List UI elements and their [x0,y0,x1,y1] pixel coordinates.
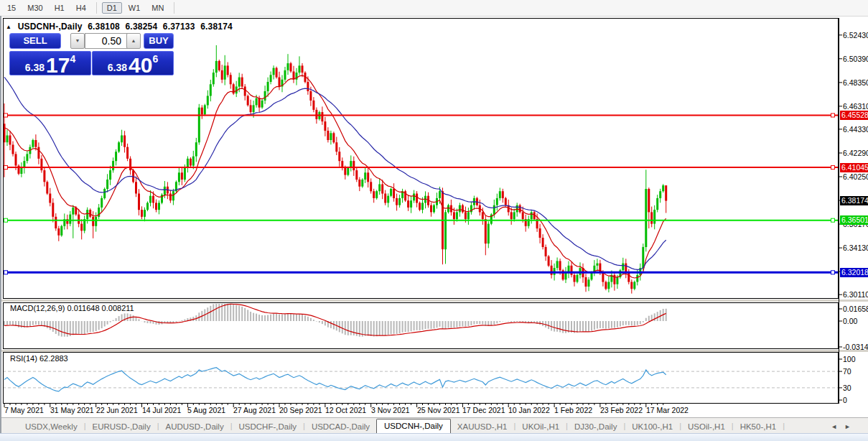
tab-scroll-left-icon[interactable]: ◄ [831,423,844,430]
hline-anchor[interactable] [4,113,8,117]
date-axis-label: 27 Aug 2021 [233,406,276,414]
tab-ukoil-h1[interactable]: UKOil-,H1 [515,420,566,434]
window-left-border [0,16,1,433]
date-axis-label: 7 May 2021 [4,406,44,414]
sell-price-big: 17 [46,55,70,75]
toolbar-separator [174,2,174,14]
rsi-axis-label: 0 [843,396,847,404]
date-axis-label: 17 Mar 2022 [646,406,689,414]
price-tick-label: 6.44330 [843,125,868,134]
timeframe-button-15[interactable]: 15 [2,2,21,14]
price-tick-label: 6.34130 [843,243,868,252]
hline-anchor[interactable] [4,166,8,170]
ma-fast-line [4,75,666,278]
date-axis-label: 25 Nov 2021 [417,406,460,414]
macd-axis-label: 0.016586 [843,305,868,313]
price-level-badge: 6.32018 [840,268,868,277]
date-axis-label: 23 Feb 2022 [600,406,643,414]
candles [4,45,668,294]
tab-eurusd-daily[interactable]: EURUSD-,Daily [86,420,157,434]
buy-price-button[interactable]: 6.38 40 6 [92,51,174,75]
sell-button[interactable]: SELL [9,33,61,49]
rsi-panel-border [4,353,839,404]
hline-anchor[interactable] [831,113,835,117]
price-level-badge: 6.45528 [840,111,868,120]
collapse-panel-icon[interactable]: ▲ [6,24,11,30]
hline-anchor[interactable] [4,271,8,274]
price-tick-label: 6.30110 [843,290,868,299]
price-level-badge: 6.38174 [840,196,868,205]
tab-hk50-h1[interactable]: HK50-,H1 [734,420,783,434]
tab-dj30-daily[interactable]: DJ30-,Daily [568,420,623,434]
rsi-axis-label: 30 [843,384,851,392]
chart-header: ▲ USDCNH-,Daily 6.38108 6.38254 6.37133 … [6,22,235,32]
volume-decrease-button[interactable]: ▼ [70,33,85,49]
tab-audusd-daily[interactable]: AUDUSD-,Daily [159,420,230,434]
ma-slow-line [4,77,666,269]
volume-input[interactable] [85,33,128,49]
tab-xauusd-h1[interactable]: XAUUSD-,H1 [451,420,514,434]
price-tick-label: 6.42290 [843,149,868,157]
hline-anchor[interactable] [831,166,835,170]
date-axis-label: 17 Dec 2021 [462,406,505,414]
status-bar [0,433,868,441]
timeframe-button-d1[interactable]: D1 [102,2,122,14]
volume-increase-button[interactable]: ▲ [126,33,141,49]
macd-values: 0.011648 0.008211 [67,304,134,312]
price-tick-label: 6.52430 [843,31,868,40]
tab-separator: | [783,422,785,434]
price-level-badge: 6.36501 [840,215,868,225]
hline-anchor[interactable] [831,271,835,274]
macd-axis-label: -0.03142 [843,343,868,351]
chevron-down-icon: ▼ [75,38,80,43]
sell-price-prefix: 6.38 [25,61,45,75]
tab-usdchf-daily[interactable]: USDCHF-,Daily [233,420,304,434]
buy-button[interactable]: BUY [144,33,174,49]
macd-axis-label: 0.00 [843,317,857,325]
price-tick-label: 6.40250 [843,172,868,181]
rsi-label: RSI(14) 62.2883 [10,354,68,363]
tab-usdx-weekly[interactable]: USDX,Weekly [19,420,84,434]
price-tick-label: 6.50390 [843,55,868,63]
buy-price-big: 40 [129,55,152,75]
price-tick-label: 6.48350 [843,78,868,87]
quote-high: 6.38254 [126,22,158,32]
date-axis-label: 10 Jan 2022 [508,406,550,414]
hline-anchor[interactable] [4,218,8,222]
date-axis-label: 1 Feb 2022 [554,406,592,414]
timeframe-button-mn[interactable]: MN [146,2,169,14]
hline-anchor[interactable] [831,218,835,222]
rsi-value: 62.2883 [39,354,68,363]
rsi-name: RSI(14) [10,354,37,363]
rsi-axis-label: 100 [843,355,856,363]
sell-price-button[interactable]: 6.38 17 4 [9,51,91,75]
date-axis-label: 5 Aug 2021 [187,406,225,414]
buy-price-prefix: 6.38 [108,61,127,75]
one-click-trade-panel: SELL ▼ ▲ BUY 6.38 17 4 6.38 40 6 [9,33,172,75]
toolbar-separator [96,2,97,14]
date-axis-label: 3 Nov 2021 [371,406,410,414]
sell-price-pip: 4 [70,53,75,65]
rsi-axis-label: 70 [843,367,851,376]
timeframe-button-h4[interactable]: H4 [71,2,91,14]
buy-price-pip: 6 [152,53,158,65]
tab-usdcnh-daily[interactable]: USDCNH-,Daily [376,419,451,434]
quote-low: 6.37133 [163,22,195,32]
timeframe-button-m30[interactable]: M30 [22,2,47,14]
price-tick-label: 6.46310 [843,102,868,111]
date-axis-label: 22 Jun 2021 [96,406,138,414]
tab-usoil-h1[interactable]: USOil-,H1 [681,420,732,434]
date-axis-label: 31 May 2021 [50,406,94,414]
chart-tab-bar: USDX,Weekly|EURUSD-,Daily|AUDUSD-,Daily|… [0,417,868,434]
tab-scroll-right-icon[interactable]: ► [844,423,858,430]
date-axis-label: 20 Sep 2021 [279,406,322,414]
timeframe-toolbar: 15M30H1H4D1W1MN [0,0,868,17]
tab-usdcad-daily[interactable]: USDCAD-,Daily [305,420,376,434]
chevron-up-icon: ▲ [131,38,136,43]
macd-name: MACD(12,26,9) [10,304,65,312]
timeframe-button-h1[interactable]: H1 [50,2,70,14]
tab-uk100-h1[interactable]: UK100-,H1 [625,420,679,434]
macd-label: MACD(12,26,9) 0.011648 0.008211 [10,304,134,312]
timeframe-button-w1[interactable]: W1 [123,2,146,14]
price-level-badge: 6.41045 [840,163,868,172]
